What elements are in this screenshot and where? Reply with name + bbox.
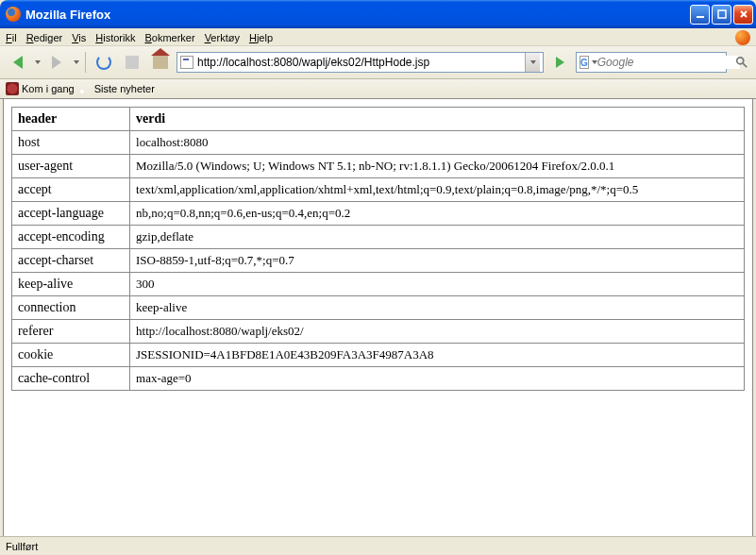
go-arrow-icon [556,57,564,68]
header-value-cell: 300 [130,273,745,296]
search-input[interactable] [597,56,740,69]
table-row: hostlocalhost:8080 [12,131,745,155]
header-value-cell: text/xml,application/xml,application/xht… [130,178,745,202]
url-bar[interactable] [176,52,544,73]
home-icon [153,56,168,69]
statusbar: Fullført [0,536,756,555]
search-icon [735,56,748,69]
table-row: accept-encodinggzip,deflate [12,226,745,249]
column-header: verdi [130,108,745,131]
close-button[interactable] [733,5,753,25]
svg-line-5 [743,63,747,67]
header-value-cell: gzip,deflate [130,226,745,249]
forward-button[interactable] [44,50,69,75]
table-row: cookieJSESSIONID=4A1BFD8E1A0E43B209FA3A3… [12,344,745,367]
bookmark-label: Kom i gang [22,83,75,94]
maximize-button[interactable] [712,5,731,25]
status-text: Fullført [6,541,38,552]
bookmarks-toolbar: Kom i gang Siste nyheter [0,79,756,99]
table-row: connectionkeep-alive [12,296,745,320]
header-name-cell: user-agent [12,155,130,178]
menu-edit[interactable]: Rediger [26,32,63,43]
rss-icon [78,82,92,95]
http-headers-table: header verdi hostlocalhost:8080user-agen… [11,107,745,391]
reload-button[interactable] [92,50,116,75]
column-header: header [12,108,130,131]
reload-icon [96,55,111,70]
page-icon [180,56,193,69]
header-value-cell: max-age=0 [130,367,745,391]
svg-point-4 [737,58,744,64]
forward-arrow-icon [52,56,61,69]
table-row: refererhttp://localhost:8080/waplj/eks02… [12,320,745,344]
menu-help[interactable]: Hjelp [249,32,273,43]
firefox-logo-icon [735,30,750,45]
bookmark-kom-i-gang[interactable]: Kom i gang [6,82,75,95]
chevron-down-icon [530,60,536,64]
search-button[interactable] [733,54,750,71]
header-name-cell: cache-control [12,367,130,391]
back-arrow-icon [13,56,23,69]
search-box[interactable]: G [576,52,727,73]
firefox-icon [6,7,21,22]
menu-history[interactable]: Historikk [95,32,135,43]
header-value-cell: http://localhost:8080/waplj/eks02/ [130,320,745,344]
table-row: accept-charsetISO-8859-1,utf-8;q=0.7,*;q… [12,249,745,273]
table-header-row: header verdi [12,108,745,131]
header-name-cell: keep-alive [12,273,130,296]
header-name-cell: cookie [12,344,130,367]
table-row: accept-languagenb,no;q=0.8,nn;q=0.6,en-u… [12,202,745,226]
navigation-toolbar: G [0,46,756,79]
table-row: keep-alive300 [12,273,745,296]
svg-rect-0 [697,16,704,18]
header-name-cell: host [12,131,130,155]
header-value-cell: ISO-8859-1,utf-8;q=0.7,*;q=0.7 [130,249,745,273]
header-name-cell: connection [12,296,130,320]
header-value-cell: Mozilla/5.0 (Windows; U; Windows NT 5.1;… [130,155,745,178]
bookmark-label: Siste nyheter [94,83,155,94]
header-value-cell: JSESSIONID=4A1BFD8E1A0E43B209FA3A3F4987A… [130,344,745,367]
go-button[interactable] [547,50,572,75]
stop-icon [126,56,139,69]
table-row: user-agentMozilla/5.0 (Windows; U; Windo… [12,155,745,178]
google-icon[interactable]: G [580,56,589,69]
back-button[interactable] [6,50,30,75]
url-input[interactable] [197,56,525,69]
table-row: accepttext/xml,application/xml,applicati… [12,178,745,202]
back-history-dropdown[interactable] [35,60,41,64]
header-name-cell: accept [12,178,130,202]
stop-button[interactable] [120,50,144,75]
header-name-cell: accept-language [12,202,130,226]
header-value-cell: keep-alive [130,296,745,320]
titlebar[interactable]: Mozilla Firefox [0,0,756,28]
menu-file[interactable]: Fil [6,32,17,43]
url-dropdown-button[interactable] [525,53,540,72]
header-value-cell: nb,no;q=0.8,nn;q=0.6,en-us;q=0.4,en;q=0.… [130,202,745,226]
forward-history-dropdown[interactable] [74,60,79,64]
header-name-cell: accept-charset [12,249,130,273]
page-content[interactable]: header verdi hostlocalhost:8080user-agen… [3,99,753,542]
table-row: cache-controlmax-age=0 [12,367,745,391]
menu-bookmarks[interactable]: Bokmerker [144,32,194,43]
window-title: Mozilla Firefox [25,8,690,22]
header-name-cell: accept-encoding [12,226,130,249]
minimize-button[interactable] [690,5,710,25]
home-button[interactable] [148,50,173,75]
menu-view[interactable]: Vis [72,32,86,43]
toolbar-separator [85,52,86,73]
header-value-cell: localhost:8080 [130,131,745,155]
svg-rect-1 [718,10,726,18]
header-name-cell: referer [12,320,130,344]
bookmark-icon [6,82,19,95]
menubar: Fil Rediger Vis Historikk Bokmerker Verk… [0,28,756,46]
menu-tools[interactable]: Verktøy [205,32,240,43]
bookmark-siste-nyheter[interactable]: Siste nyheter [78,82,155,95]
